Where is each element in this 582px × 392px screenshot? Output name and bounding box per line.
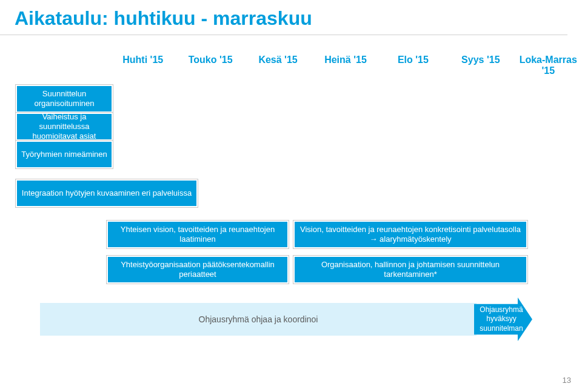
bar-integraation: Integraation hyötyjen kuvaaminen eri pal… [16,179,198,207]
month-col: Heinä '15 [312,55,379,76]
month-col: Elo '15 [380,55,447,76]
bar-tyoryhmien: Työryhmien nimeäminen [16,141,113,168]
bottom-band: Ohjausryhmä ohjaa ja koordinoi [40,303,477,336]
gantt-chart: Suunnittelun organisoituminen Vaiheistus… [16,85,566,230]
approve-arrow: Ohjausryhmä hyväksyy suunnitelman [474,297,532,341]
timeline-header: Huhti '15 Touko '15 Kesä '15 Heinä '15 E… [0,55,582,76]
month-col: Huhti '15 [109,55,176,76]
bar-org-right: Organisaation, hallinnon ja johtamisen s… [293,256,527,284]
bar-vision-right: Vision, tavoitteiden ja reunaehtojen kon… [293,221,527,248]
page-number: 13 [563,376,571,385]
bottom-band-wrap: Ohjausryhmä ohjaa ja koordinoi Ohjausryh… [40,303,549,347]
page-title: Aikataulu: huhtikuu - marraskuu [0,0,567,35]
month-col: Loka-Marras '15 [515,55,582,76]
month-col: Touko '15 [176,55,244,76]
month-col: Kesä '15 [244,55,312,76]
bar-yhteistyoorg: Yhteistyöorganisaation päätöksentekomall… [107,256,289,284]
bar-vaiheistus: Vaiheistus ja suunnittelussa huomioitava… [16,113,113,141]
bar-yhteisen-vision: Yhteisen vision, tavoitteiden ja reunaeh… [107,221,289,248]
bar-suunnittelun: Suunnittelun organisoituminen [16,85,113,113]
month-col: Syys '15 [447,55,514,76]
